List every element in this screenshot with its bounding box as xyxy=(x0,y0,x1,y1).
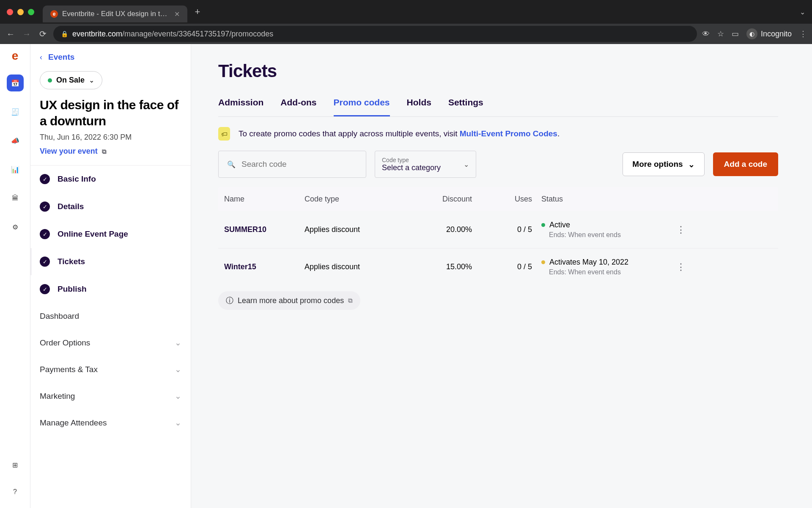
back-to-events[interactable]: ‹ Events xyxy=(30,52,191,69)
th-status: Status xyxy=(541,195,668,204)
section-label: Manage Attendees xyxy=(40,418,107,428)
address-bar[interactable]: 🔒 eventbrite.com/manage/events/336451735… xyxy=(53,26,697,42)
kebab-menu-icon[interactable]: ⋮ xyxy=(799,29,807,39)
step-label: Publish xyxy=(58,284,87,294)
code-type-select[interactable]: Code type Select a category ⌄ xyxy=(375,151,476,178)
step-online-event-page[interactable]: ✓ Online Event Page xyxy=(30,221,191,248)
step-tickets[interactable]: ✓ Tickets xyxy=(30,248,191,276)
cell-uses: 0 / 5 xyxy=(482,225,541,234)
external-link-icon: ⧉ xyxy=(102,148,107,155)
search-input[interactable] xyxy=(241,160,357,169)
app-rail: e 📅 🧾 📣 📊 🏛 ⚙ ⊞ ? xyxy=(0,44,30,508)
info-banner: 🏷 To create promo codes that apply acros… xyxy=(218,127,778,141)
more-options-button[interactable]: More options ⌄ xyxy=(623,152,704,176)
th-name: Name xyxy=(224,195,304,204)
reload-icon[interactable]: ⟳ xyxy=(37,29,48,39)
view-event-link[interactable]: View your event ⧉ xyxy=(30,144,191,165)
rail-reports-icon[interactable]: 📊 xyxy=(7,161,24,178)
event-status-pill[interactable]: On Sale ⌄ xyxy=(40,71,102,89)
rail-settings-icon[interactable]: ⚙ xyxy=(7,218,24,235)
chevron-down-icon[interactable]: ⌄ xyxy=(800,8,805,16)
check-icon: ✓ xyxy=(40,257,50,267)
close-window-icon[interactable] xyxy=(7,9,13,15)
tab-promo-codes[interactable]: Promo codes xyxy=(334,93,390,116)
tab-add-ons[interactable]: Add-ons xyxy=(280,93,316,116)
chevron-down-icon: ⌄ xyxy=(175,418,181,428)
search-icon: 🔍 xyxy=(227,160,236,168)
bookmark-icon[interactable]: ☆ xyxy=(717,29,724,39)
close-tab-icon[interactable]: ✕ xyxy=(174,10,180,18)
ticket-icon: 🏷 xyxy=(218,127,230,141)
section-label: Marketing xyxy=(40,392,75,401)
th-code-type: Code type xyxy=(304,195,414,204)
back-icon[interactable]: ← xyxy=(5,29,16,39)
step-label: Basic Info xyxy=(58,174,96,184)
rail-apps-icon[interactable]: ⊞ xyxy=(7,456,24,473)
row-menu-icon[interactable]: ⋮ xyxy=(668,224,694,235)
browser-tab[interactable]: e Eventbrite - Edit UX design in t… ✕ xyxy=(43,6,187,22)
status-label: On Sale xyxy=(56,76,85,85)
tab-holds[interactable]: Holds xyxy=(407,93,431,116)
rail-events-icon[interactable]: 📅 xyxy=(7,75,24,91)
search-code-box[interactable]: 🔍 xyxy=(218,151,366,178)
step-details[interactable]: ✓ Details xyxy=(30,193,191,221)
row-menu-icon[interactable]: ⋮ xyxy=(668,262,694,273)
section-label: Order Options xyxy=(40,338,90,348)
url-path: /manage/events/336451735197/promocodes xyxy=(122,30,273,38)
chevron-down-icon: ⌄ xyxy=(175,364,181,374)
status-ends: Ends: When event ends xyxy=(549,268,668,276)
tab-title: Eventbrite - Edit UX design in t… xyxy=(62,10,167,18)
section-dashboard[interactable]: Dashboard xyxy=(30,303,191,329)
panel-icon[interactable]: ▭ xyxy=(732,29,739,39)
more-options-label: More options xyxy=(632,160,683,169)
incognito-icon: ◐ xyxy=(746,28,757,39)
rail-orders-icon[interactable]: 🧾 xyxy=(7,103,24,120)
cell-name: Winter15 xyxy=(224,262,304,271)
external-link-icon: ⧉ xyxy=(348,297,353,304)
chevron-down-icon: ⌄ xyxy=(89,76,94,84)
maximize-window-icon[interactable] xyxy=(28,9,34,15)
main-content: Tickets Admission Add-ons Promo codes Ho… xyxy=(191,44,812,508)
th-uses: Uses xyxy=(482,195,541,204)
tab-admission[interactable]: Admission xyxy=(218,93,263,116)
eye-off-icon[interactable]: 👁 xyxy=(702,30,710,39)
status-ends: Ends: When event ends xyxy=(549,231,668,239)
check-icon: ✓ xyxy=(40,284,50,294)
rail-finance-icon[interactable]: 🏛 xyxy=(7,190,24,207)
help-icon: ⓘ xyxy=(226,295,233,306)
profile-incognito[interactable]: ◐ Incognito xyxy=(746,28,792,39)
section-payments-tax[interactable]: Payments & Tax ⌄ xyxy=(30,356,191,383)
section-label: Dashboard xyxy=(40,312,79,321)
page-title: Tickets xyxy=(218,61,778,81)
step-label: Details xyxy=(58,202,84,211)
rail-help-icon[interactable]: ? xyxy=(7,483,24,500)
banner-text: To create promo codes that apply across … xyxy=(239,129,460,138)
back-label: Events xyxy=(48,52,74,62)
table-header: Name Code type Discount Uses Status xyxy=(218,187,778,211)
eventbrite-logo-icon[interactable]: e xyxy=(12,49,19,63)
step-publish[interactable]: ✓ Publish xyxy=(30,276,191,303)
view-event-label: View your event xyxy=(40,147,98,156)
section-order-options[interactable]: Order Options ⌄ xyxy=(30,329,191,356)
step-label: Tickets xyxy=(58,257,85,266)
favicon-icon: e xyxy=(50,10,58,18)
add-code-button[interactable]: Add a code xyxy=(713,152,778,176)
cell-code-type: Applies discount xyxy=(304,262,414,271)
status-text: Active xyxy=(549,221,570,229)
chevron-down-icon: ⌄ xyxy=(688,160,695,169)
section-manage-attendees[interactable]: Manage Attendees ⌄ xyxy=(30,409,191,436)
section-label: Payments & Tax xyxy=(40,365,98,374)
tab-settings[interactable]: Settings xyxy=(448,93,483,116)
browser-tab-bar: e Eventbrite - Edit UX design in t… ✕ + … xyxy=(0,0,812,24)
step-basic-info[interactable]: ✓ Basic Info xyxy=(30,166,191,193)
cell-uses: 0 / 5 xyxy=(482,262,541,271)
new-tab-button[interactable]: + xyxy=(195,6,200,17)
status-dot-icon xyxy=(541,260,545,264)
section-marketing[interactable]: Marketing ⌄ xyxy=(30,383,191,409)
chevron-down-icon: ⌄ xyxy=(464,160,469,168)
learn-more-chip[interactable]: ⓘ Learn more about promo codes ⧉ xyxy=(218,291,360,310)
multi-event-link[interactable]: Multi-Event Promo Codes xyxy=(460,129,557,138)
rail-marketing-icon[interactable]: 📣 xyxy=(7,132,24,149)
minimize-window-icon[interactable] xyxy=(17,9,24,15)
url-host: eventbrite.com xyxy=(72,30,122,38)
